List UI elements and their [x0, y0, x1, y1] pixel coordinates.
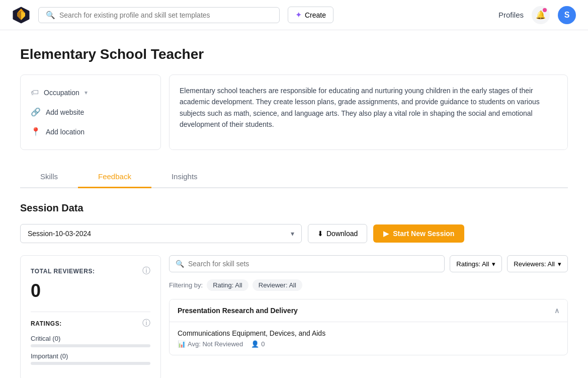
total-reviewers-value: 0: [31, 280, 150, 301]
search-bar[interactable]: 🔍: [38, 7, 280, 23]
occupation-field[interactable]: 🏷 Occupation ▾: [31, 83, 150, 102]
filter-chips-bar: Filtering by: Rating: All Reviewer: All: [169, 279, 568, 291]
tab-skills[interactable]: Skills: [20, 166, 78, 188]
wand-icon: ✦: [295, 10, 302, 20]
search-input[interactable]: [59, 11, 272, 19]
search-icon: 🔍: [46, 11, 55, 20]
skill-meta: 📊 Avg: Not Reviewed 👤 0: [178, 340, 559, 348]
create-button[interactable]: ✦ Create: [288, 7, 333, 23]
header: 🔍 ✦ Create Profiles 🔔 S: [0, 0, 588, 30]
filtering-by-label: Filtering by:: [169, 281, 203, 289]
notification-dot: [543, 8, 547, 12]
critical-bar-bg: [31, 344, 150, 347]
stats-divider: [31, 312, 150, 312]
start-session-button[interactable]: ▶ Start New Session: [373, 224, 464, 243]
critical-rating-row: Critical (0): [31, 335, 150, 347]
person-icon: 👤: [251, 340, 259, 348]
tabs-bar: Skills Feedback Insights: [20, 166, 568, 188]
download-icon: ⬇: [317, 230, 323, 238]
avg-meta: 📊 Avg: Not Reviewed: [178, 340, 243, 348]
add-website-field[interactable]: 🔗 Add website: [31, 102, 150, 122]
critical-label: Critical (0): [31, 335, 150, 342]
chevron-down-icon: ▾: [85, 89, 88, 96]
tab-insights[interactable]: Insights: [151, 166, 218, 188]
important-bar-bg: [31, 362, 150, 365]
chevron-up-icon: ∧: [554, 307, 559, 315]
app-logo: [12, 6, 30, 24]
important-label: Important (0): [31, 352, 150, 360]
reviewers-meta: 👤 0: [251, 340, 265, 348]
header-right: Profiles 🔔 S: [498, 6, 576, 24]
stats-panel: TOTAL REVIEWERS: ⓘ 0 RATINGS: ⓘ Critical…: [20, 255, 161, 378]
skill-name: Communications Equipment, Devices, and A…: [178, 329, 559, 337]
chevron-down-icon: ▾: [558, 260, 561, 268]
skill-search-input[interactable]: [188, 260, 438, 268]
skills-controls: 🔍 Ratings: All ▾ Reviewers: All ▾: [169, 255, 568, 272]
profiles-link[interactable]: Profiles: [498, 11, 524, 19]
tab-feedback[interactable]: Feedback: [78, 166, 151, 188]
skill-search-bar[interactable]: 🔍: [169, 255, 445, 272]
chevron-down-icon: ▾: [291, 230, 294, 238]
total-reviewers-header: TOTAL REVIEWERS: ⓘ: [31, 266, 150, 276]
reviewer-chip[interactable]: Reviewer: All: [253, 279, 302, 291]
session-data-title: Session Data: [20, 202, 568, 214]
category-header[interactable]: Presentation Research and Delivery ∧: [170, 299, 567, 322]
tag-icon: 🏷: [31, 88, 39, 97]
search-icon: 🔍: [176, 260, 184, 268]
profile-fields-panel: 🏷 Occupation ▾ 🔗 Add website 📍 Add locat…: [20, 74, 161, 150]
important-rating-row: Important (0): [31, 352, 150, 365]
chevron-down-icon: ▾: [492, 260, 495, 268]
download-button[interactable]: ⬇ Download: [308, 224, 367, 243]
avatar[interactable]: S: [558, 6, 576, 24]
info-icon-ratings[interactable]: ⓘ: [142, 318, 150, 329]
profile-row: 🏷 Occupation ▾ 🔗 Add website 📍 Add locat…: [20, 74, 568, 150]
session-controls: Session-10-03-2024 ▾ ⬇ Download ▶ Start …: [20, 224, 568, 243]
info-icon-reviewers[interactable]: ⓘ: [142, 266, 150, 276]
main-content: Elementary School Teacher 🏷 Occupation ▾…: [0, 30, 588, 378]
total-reviewers-label: TOTAL REVIEWERS:: [31, 268, 95, 275]
ratings-label: RATINGS:: [31, 320, 62, 327]
ratings-filter-button[interactable]: Ratings: All ▾: [450, 255, 502, 272]
reviewers-filter-button[interactable]: Reviewers: All ▾: [507, 255, 568, 272]
skills-panel: 🔍 Ratings: All ▾ Reviewers: All ▾ Filter…: [169, 255, 568, 378]
rating-chip[interactable]: Rating: All: [207, 279, 248, 291]
add-location-field[interactable]: 📍 Add location: [31, 122, 150, 141]
link-icon: 🔗: [31, 107, 41, 117]
session-select[interactable]: Session-10-03-2024 ▾: [20, 224, 302, 243]
ratings-header: RATINGS: ⓘ: [31, 318, 150, 329]
notification-button[interactable]: 🔔: [532, 6, 550, 24]
location-icon: 📍: [31, 127, 41, 136]
play-icon: ▶: [383, 230, 389, 238]
skill-item: Communications Equipment, Devices, and A…: [170, 322, 567, 355]
page-title: Elementary School Teacher: [20, 46, 568, 62]
bar-chart-icon: 📊: [178, 340, 186, 348]
content-row: TOTAL REVIEWERS: ⓘ 0 RATINGS: ⓘ Critical…: [20, 255, 568, 378]
skill-category: Presentation Research and Delivery ∧ Com…: [169, 299, 568, 355]
profile-description: Elementary school teachers are responsib…: [169, 74, 568, 150]
